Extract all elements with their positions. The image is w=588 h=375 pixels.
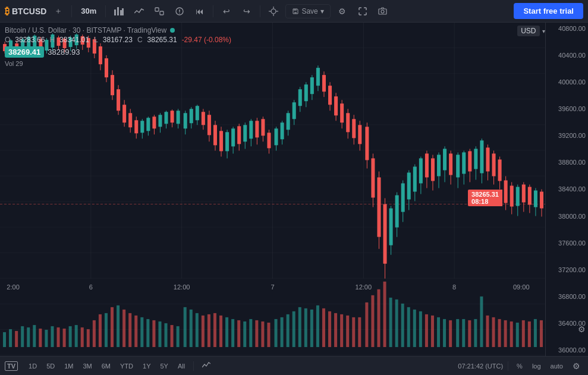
svg-point-9 xyxy=(271,9,276,14)
svg-rect-246 xyxy=(202,316,205,347)
screenshot-button[interactable] xyxy=(375,3,391,20)
bottom-right-controls: % log auto ⚙ xyxy=(513,359,583,373)
svg-rect-232 xyxy=(117,305,120,347)
svg-rect-230 xyxy=(105,313,108,347)
svg-rect-231 xyxy=(111,307,114,347)
svg-text:12:00: 12:00 xyxy=(356,283,372,291)
period-5d-button[interactable]: 5D xyxy=(43,361,58,371)
chart-main[interactable]: Bitcoin / U.S. Dollar · 30 · BITSTAMP · … xyxy=(0,23,545,356)
svg-text:12:00: 12:00 xyxy=(174,283,190,291)
axis-settings-button[interactable]: ⚙ xyxy=(578,324,586,335)
chart-settings-gear[interactable]: ⚙ xyxy=(569,359,583,373)
svg-rect-258 xyxy=(275,319,278,347)
percent-button[interactable]: % xyxy=(513,361,526,371)
period-ytd-button[interactable]: YTD xyxy=(117,361,137,371)
crosshair-button[interactable] xyxy=(265,3,282,20)
svg-rect-264 xyxy=(310,310,313,347)
svg-rect-266 xyxy=(322,308,325,347)
period-all-button[interactable]: All xyxy=(174,361,188,371)
price-tick-9: 37600.00 xyxy=(547,240,586,247)
svg-rect-151 xyxy=(377,177,381,237)
svg-rect-85 xyxy=(177,111,180,124)
timeframe-button[interactable]: 30m xyxy=(77,5,100,17)
svg-rect-4 xyxy=(155,8,159,11)
log-button[interactable]: log xyxy=(529,361,545,371)
svg-rect-220 xyxy=(45,330,48,347)
svg-rect-302 xyxy=(540,320,543,347)
symbol-badge[interactable]: ₿ BTCUSD xyxy=(5,6,46,17)
svg-rect-282 xyxy=(419,311,422,347)
svg-rect-217 xyxy=(27,327,30,347)
settings-button[interactable]: ⚙ xyxy=(334,3,351,20)
auto-button[interactable]: auto xyxy=(547,361,567,371)
save-button[interactable]: Save ▾ xyxy=(285,4,330,18)
price-tick-2: 40400.00 xyxy=(547,52,586,59)
period-1d-button[interactable]: 1D xyxy=(25,361,40,371)
start-trial-button[interactable]: Start free trial xyxy=(514,3,583,19)
compare-chart-button[interactable] xyxy=(199,360,214,372)
price-tick-7: 38400.00 xyxy=(547,185,586,193)
svg-rect-171 xyxy=(437,155,441,176)
indicators-button[interactable] xyxy=(131,3,147,20)
svg-rect-145 xyxy=(358,125,361,144)
svg-rect-87 xyxy=(184,113,187,128)
add-symbol-button[interactable]: ＋ xyxy=(50,3,67,20)
secondary-price-badge: 38289.93 xyxy=(48,48,80,56)
period-1y-button[interactable]: 1Y xyxy=(139,361,154,371)
svg-rect-224 xyxy=(69,326,72,347)
svg-rect-225 xyxy=(75,325,78,347)
vol-label: Vol xyxy=(5,60,14,67)
svg-rect-133 xyxy=(322,75,326,92)
symbol-label: BTCUSD xyxy=(12,7,46,16)
alert-button[interactable] xyxy=(171,3,188,20)
svg-rect-279 xyxy=(401,304,404,347)
svg-rect-75 xyxy=(146,118,150,131)
svg-rect-107 xyxy=(243,125,247,141)
period-5y-button[interactable]: 5Y xyxy=(157,361,172,371)
svg-rect-99 xyxy=(219,131,223,151)
price-tick-10: 37200.00 xyxy=(547,266,586,273)
time-display: 07:21:42 (UTC) xyxy=(458,363,503,370)
svg-rect-201 xyxy=(528,187,532,204)
svg-rect-195 xyxy=(510,185,514,206)
svg-rect-272 xyxy=(358,317,361,347)
open-value: 38283.66 xyxy=(15,36,45,44)
svg-rect-261 xyxy=(293,311,295,347)
svg-rect-179 xyxy=(462,152,466,174)
svg-rect-167 xyxy=(425,153,429,177)
svg-rect-269 xyxy=(340,314,343,347)
svg-rect-248 xyxy=(213,313,216,347)
price-tick-13: 36000.00 xyxy=(547,346,586,354)
svg-rect-103 xyxy=(231,128,235,146)
top-toolbar: ₿ BTCUSD ＋ 30m ⏮ ↩ ↪ Save ▾ ⚙ Start free… xyxy=(0,0,588,23)
svg-rect-223 xyxy=(63,329,66,347)
svg-rect-131 xyxy=(316,68,320,86)
svg-rect-125 xyxy=(298,89,302,106)
period-6m-button[interactable]: 6M xyxy=(98,361,114,371)
chart-type-button[interactable] xyxy=(111,3,127,20)
price-tick-6: 38800.00 xyxy=(547,159,586,166)
fullscreen-button[interactable] xyxy=(354,3,371,20)
replay-button[interactable]: ⏮ xyxy=(191,3,208,20)
period-1m-button[interactable]: 1M xyxy=(61,361,77,371)
svg-rect-280 xyxy=(407,307,410,347)
candlestick-chart[interactable]: 6 12:00 7 12:00 8 09:00 2:00 xyxy=(0,23,545,356)
svg-rect-242 xyxy=(177,326,180,347)
low-value: 38167.23 xyxy=(103,36,133,44)
currency-label[interactable]: USD xyxy=(517,26,539,36)
period-3m-button[interactable]: 3M xyxy=(79,361,95,371)
svg-rect-286 xyxy=(443,319,446,347)
svg-rect-219 xyxy=(39,329,42,347)
undo-button[interactable]: ↩ xyxy=(218,3,235,20)
svg-rect-240 xyxy=(165,323,168,347)
svg-rect-297 xyxy=(510,322,513,347)
current-price-badge: 38269.41 xyxy=(5,46,44,58)
svg-rect-65 xyxy=(117,89,120,111)
svg-rect-0 xyxy=(114,10,116,15)
svg-rect-260 xyxy=(287,314,290,347)
svg-text:6: 6 xyxy=(89,283,93,291)
svg-rect-79 xyxy=(158,115,162,127)
redo-button[interactable]: ↪ xyxy=(238,3,255,20)
compare-button[interactable] xyxy=(151,3,168,20)
currency-selector[interactable]: USD ▾ xyxy=(517,25,545,36)
